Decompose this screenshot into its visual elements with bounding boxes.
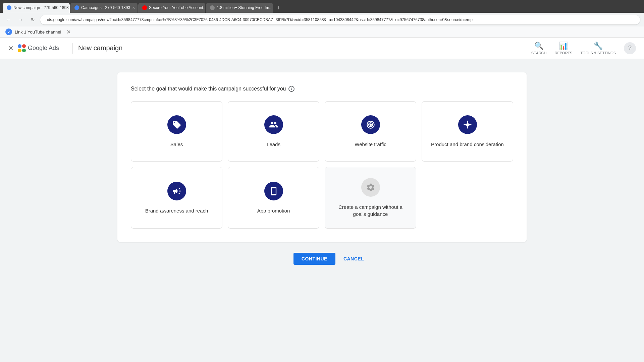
page-title: New campaign — [78, 44, 122, 52]
notification-close-button[interactable]: ✕ — [66, 29, 71, 35]
tools-icon: 🔧 — [594, 42, 603, 50]
tools-label: TOOLS & SETTINGS — [580, 51, 616, 55]
card-subtitle: Select the goal that would make this cam… — [131, 86, 513, 92]
goal-brand-awareness[interactable]: Brand awareness and reach — [131, 167, 222, 229]
reports-nav-button[interactable]: 📊 REPORTS — [554, 42, 572, 55]
main-content: Select the goal that would make this cam… — [0, 59, 644, 278]
cancel-button[interactable]: CANCEL — [343, 256, 364, 261]
goal-leads[interactable]: Leads — [228, 101, 319, 162]
header-actions: 🔍 SEARCH 📊 REPORTS 🔧 TOOLS & SETTINGS ? — [531, 42, 636, 55]
google-ads-logo: Google Ads — [18, 44, 59, 52]
logo-dot-yellow — [18, 49, 21, 52]
no-goal-icon-circle — [361, 178, 380, 197]
sales-icon-circle — [167, 115, 186, 134]
tools-nav-button[interactable]: 🔧 TOOLS & SETTINGS — [580, 42, 616, 55]
brand-awareness-label: Brand awareness and reach — [145, 207, 208, 214]
goal-no-goal[interactable]: Create a campaign without a goal's guida… — [325, 167, 416, 229]
goal-grid-row2: Brand awareness and reach App promotion … — [131, 167, 513, 229]
mobile-icon — [269, 186, 278, 196]
subtitle-text: Select the goal that would make this cam… — [131, 86, 286, 92]
tab-label-3: Secure Your YouTube Account... — [149, 5, 205, 10]
goal-brand[interactable]: Product and brand consideration — [422, 101, 513, 162]
tab-campaigns[interactable]: Campaigns - 279-560-1893 ✕ — [70, 3, 138, 13]
logo-icon — [18, 44, 26, 52]
website-traffic-label: Website traffic — [355, 141, 386, 148]
tab-favicon-3 — [142, 5, 147, 10]
search-icon: 🔍 — [534, 42, 543, 50]
browser-tabs: New campaign - 279-560-1893 ✕ Campaigns … — [0, 0, 644, 13]
reload-button[interactable]: ↻ — [28, 15, 38, 24]
goal-app-promotion[interactable]: App promotion — [228, 167, 319, 229]
add-tab-button[interactable]: + — [274, 3, 283, 13]
address-input[interactable] — [40, 15, 640, 24]
notif-icon: ✓ — [5, 28, 12, 35]
notification-text: Link 1 YouTube channel — [15, 29, 61, 35]
reports-icon: 📊 — [559, 42, 568, 50]
app-promotion-label: App promotion — [257, 207, 290, 214]
tab-close-2[interactable]: ✕ — [132, 6, 135, 10]
tab-other[interactable]: 1.8 million+ Stunning Free Im... ✕ — [206, 3, 273, 13]
gear-icon — [366, 183, 375, 192]
app-header: ✕ Google Ads New campaign 🔍 SEARCH 📊 REP… — [0, 38, 644, 59]
help-icon: ? — [628, 45, 632, 52]
logo-area: Google Ads — [18, 44, 59, 52]
subtitle-help-button[interactable]: i — [288, 86, 294, 92]
search-nav-button[interactable]: 🔍 SEARCH — [531, 42, 547, 55]
forward-button[interactable]: → — [16, 15, 25, 24]
search-label: SEARCH — [531, 51, 547, 55]
website-traffic-icon-circle — [361, 115, 380, 134]
action-buttons: CONTINUE CANCEL — [280, 253, 364, 265]
svg-point-0 — [369, 123, 372, 126]
goal-grid-row1: Sales Leads Website traffic — [131, 101, 513, 162]
leads-label: Leads — [267, 141, 280, 148]
app-promotion-icon-circle — [264, 182, 283, 200]
nav-close-button[interactable]: ✕ — [8, 44, 14, 52]
reports-label: REPORTS — [554, 51, 572, 55]
leads-icon-circle — [264, 115, 283, 134]
goal-website-traffic[interactable]: Website traffic — [325, 101, 416, 162]
logo-dot-blue — [18, 44, 21, 48]
tab-label-2: Campaigns - 279-560-1893 — [81, 5, 130, 10]
tag-icon — [172, 120, 181, 129]
address-bar-row: ← → ↻ — [0, 13, 644, 26]
tab-label-4: 1.8 million+ Stunning Free Im... — [217, 5, 272, 10]
tab-youtube[interactable]: Secure Your YouTube Account... ✕ — [138, 3, 205, 13]
brand-label: Product and brand consideration — [431, 141, 504, 148]
tab-favicon-2 — [74, 5, 79, 10]
logo-dot-green — [22, 49, 26, 52]
back-button[interactable]: ← — [4, 15, 13, 24]
sales-label: Sales — [170, 141, 183, 148]
no-goal-label: Create a campaign without a goal's guida… — [332, 203, 409, 218]
brand-icon-circle — [458, 115, 477, 134]
megaphone-icon — [172, 186, 181, 196]
tab-favicon-4 — [210, 5, 215, 10]
brand-awareness-icon-circle — [167, 182, 186, 200]
people-icon — [269, 120, 278, 129]
notification-bar: ✓ Link 1 YouTube channel ✕ — [0, 26, 644, 38]
tab-label-1: New campaign - 279-560-1893 — [13, 5, 69, 10]
continue-button[interactable]: CONTINUE — [293, 253, 335, 265]
goal-sales[interactable]: Sales — [131, 101, 222, 162]
help-button[interactable]: ? — [624, 42, 636, 54]
header-divider — [72, 43, 73, 54]
sparkle-icon — [463, 120, 472, 129]
empty-cell — [422, 167, 513, 229]
tab-favicon-1 — [7, 5, 11, 10]
campaign-card: Select the goal that would make this cam… — [117, 72, 527, 242]
logo-text: Google Ads — [28, 45, 59, 52]
traffic-icon — [366, 120, 375, 129]
tab-new-campaign[interactable]: New campaign - 279-560-1893 ✕ — [3, 3, 70, 13]
logo-dot-red — [22, 44, 26, 48]
